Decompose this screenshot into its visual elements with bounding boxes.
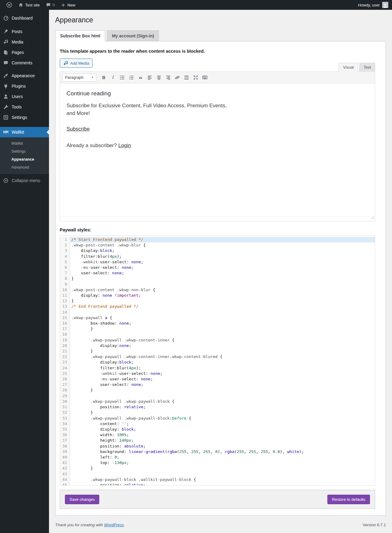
- submenu-item-wallkit[interactable]: Wallkit: [0, 139, 49, 147]
- code-line[interactable]: 25 -webkit-user-select: none;: [60, 371, 375, 376]
- code-line[interactable]: 8}: [60, 276, 375, 281]
- sidebar-item-tools[interactable]: Tools: [0, 102, 49, 112]
- bullet-list-button[interactable]: [118, 74, 126, 82]
- sidebar-item-plugins[interactable]: Plugins: [0, 81, 49, 91]
- link-button[interactable]: [173, 74, 182, 82]
- code-line[interactable]: 16 box-shadow: none;: [60, 321, 375, 326]
- code-line[interactable]: 44 .wkwp-paywall-block .wallkit-paywall-…: [60, 477, 375, 482]
- align-center-button[interactable]: [155, 74, 163, 82]
- bold-button[interactable]: B: [100, 74, 108, 82]
- restore-defaults-button[interactable]: Restore to defaults: [327, 495, 370, 504]
- code-line[interactable]: 6 -ms-user-select: none;: [60, 265, 375, 270]
- code-line[interactable]: 17 }: [60, 326, 375, 332]
- footer-version: Version 6.7.1: [363, 523, 386, 527]
- submenu-item-advanced[interactable]: Advanced: [0, 163, 49, 171]
- code-line[interactable]: 41 top: -130px;: [60, 460, 375, 466]
- code-line[interactable]: 33 .wkwp-paywall .wkwp-paywall-block:bef…: [60, 416, 375, 421]
- code-line[interactable]: 24 filter:blur(4px);: [60, 365, 375, 371]
- code-line[interactable]: 15.wkwp-paywall a {: [60, 315, 375, 321]
- code-line[interactable]: 30 .wkwp-paywall .wkwp-paywall-block {: [60, 399, 375, 404]
- paragraph-format-select[interactable]: Paragraph ▼: [62, 74, 96, 82]
- tab-subscribe-box-html[interactable]: Subscribe Box html: [55, 30, 105, 41]
- sidebar-item-media[interactable]: Media: [0, 37, 49, 47]
- blockquote-button[interactable]: “: [136, 74, 145, 82]
- code-line[interactable]: 20 display:none;: [60, 343, 375, 348]
- code-line[interactable]: 13/* End Frontend paywalled */: [60, 304, 375, 309]
- code-line[interactable]: 1/* Start Frontend paywalled */: [60, 237, 375, 242]
- visual-tab[interactable]: Visual: [339, 63, 358, 72]
- code-line[interactable]: 18: [60, 332, 375, 337]
- line-number: 19: [60, 337, 70, 343]
- code-line[interactable]: 40 left: 0;: [60, 455, 375, 460]
- fullscreen-button[interactable]: [191, 74, 200, 82]
- new-content-button[interactable]: New: [58, 0, 78, 10]
- tab-my-account-sign-in[interactable]: My account (Sign-in): [107, 30, 159, 41]
- line-number: 36: [60, 432, 70, 438]
- sidebar-item-comments[interactable]: Comments: [0, 58, 49, 68]
- comments-bubble[interactable]: 0: [43, 0, 57, 10]
- code-line[interactable]: 42 }: [60, 466, 375, 471]
- code-line[interactable]: 27 user-select: none;: [60, 382, 375, 387]
- submenu-item-settings[interactable]: Settings: [0, 147, 49, 155]
- code-line[interactable]: 19 .wkwp-paywall .wkwp-content-inner {: [60, 337, 375, 343]
- code-line[interactable]: 12}: [60, 298, 375, 304]
- sidebar-item-wallkit[interactable]: WK Wallkit: [0, 127, 49, 137]
- settings-panel: This template appears to the reader when…: [55, 41, 386, 516]
- sidebar-item-appearance[interactable]: Appearance: [0, 70, 49, 81]
- code-line[interactable]: 39 background: linear-gradient(rgba(255,…: [60, 449, 375, 455]
- code-line[interactable]: 5 -webkit-user-select: none;: [60, 259, 375, 265]
- site-name: Test site: [25, 3, 40, 7]
- code-line[interactable]: 35 display: block;: [60, 427, 375, 432]
- sidebar-item-users[interactable]: Users: [0, 91, 49, 102]
- code-line[interactable]: 37 height: 140px;: [60, 438, 375, 443]
- code-line[interactable]: 32 }: [60, 410, 375, 415]
- code-line[interactable]: 7 user-select: none;: [60, 270, 375, 276]
- account-menu[interactable]: Howdy, user: [358, 2, 388, 8]
- code-line[interactable]: 36 width: 100%;: [60, 432, 375, 438]
- submenu-item-appearance[interactable]: Appearance: [0, 155, 49, 163]
- align-right-button[interactable]: [164, 74, 172, 82]
- toolbar-toggle-button[interactable]: [201, 74, 209, 82]
- code-line[interactable]: 3 display:block;: [60, 248, 375, 253]
- editor-content-area[interactable]: Continue reading Subscribe for Exclusive…: [60, 83, 375, 216]
- code-line[interactable]: 4 filter:blur(4px);: [60, 254, 375, 259]
- css-code-editor[interactable]: 1/* Start Frontend paywalled */2.wkwp-po…: [60, 235, 375, 485]
- code-line[interactable]: 2.wkwp-post-content .wkwp-blur {: [60, 242, 375, 248]
- wordpress-logo-icon[interactable]: W: [4, 0, 15, 10]
- save-changes-button[interactable]: Save changes: [65, 495, 99, 504]
- align-left-button[interactable]: [145, 74, 154, 82]
- line-number: 44: [60, 477, 70, 482]
- italic-button[interactable]: I: [109, 74, 117, 82]
- code-line[interactable]: 26 -ms-user-select: none;: [60, 376, 375, 382]
- code-line[interactable]: 22 .wkwp-paywall .wkwp-content-inner.wkw…: [60, 354, 375, 360]
- code-line[interactable]: 14: [60, 310, 375, 315]
- code-line[interactable]: 43: [60, 471, 375, 477]
- code-line[interactable]: 34 content: '';: [60, 421, 375, 427]
- code-line[interactable]: 45 position: relative;: [60, 482, 375, 485]
- code-line[interactable]: 21 }: [60, 348, 375, 354]
- code-line[interactable]: 9: [60, 282, 375, 287]
- wordpress-link[interactable]: WordPress: [104, 523, 124, 527]
- numbered-list-button[interactable]: 123: [127, 74, 136, 82]
- text-tab[interactable]: Text: [359, 63, 375, 72]
- code-line[interactable]: 29: [60, 393, 375, 399]
- site-link[interactable]: Test site: [16, 0, 42, 10]
- resize-grip-icon[interactable]: [370, 215, 375, 221]
- read-more-button[interactable]: [182, 74, 191, 82]
- sidebar-item-settings[interactable]: Settings: [0, 112, 49, 123]
- sidebar-item-pages[interactable]: Pages: [0, 47, 49, 58]
- collapse-menu-button[interactable]: Collapse menu: [0, 175, 49, 186]
- subscribe-link[interactable]: Subscribe: [66, 126, 90, 132]
- numbered-list-icon: 123: [129, 75, 134, 80]
- line-number: 34: [60, 421, 70, 427]
- code-line[interactable]: 10.wkwp-post-content .wkwp-non-blur {: [60, 287, 375, 293]
- code-line[interactable]: 23 display:block;: [60, 360, 375, 365]
- sidebar-item-dashboard[interactable]: Dashboard: [0, 13, 49, 23]
- sidebar-item-posts[interactable]: Posts: [0, 26, 49, 37]
- code-line[interactable]: 28 }: [60, 387, 375, 393]
- login-link[interactable]: Login: [118, 143, 131, 148]
- add-media-button[interactable]: Add Media: [60, 59, 92, 68]
- code-line[interactable]: 31 position: relative;: [60, 404, 375, 410]
- code-line[interactable]: 11 display: none !important;: [60, 293, 375, 298]
- code-line[interactable]: 38 position: absolute;: [60, 444, 375, 449]
